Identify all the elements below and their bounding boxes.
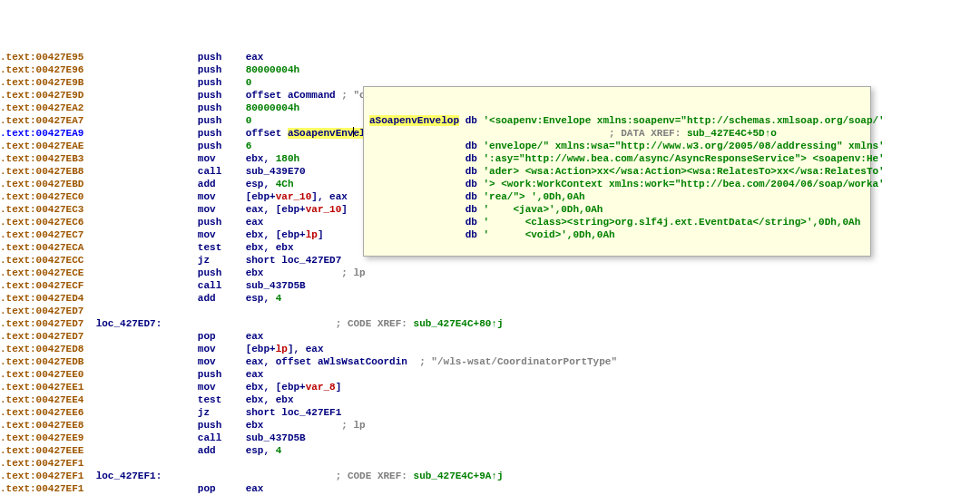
mnemonic: push bbox=[198, 217, 246, 228]
operand: eax, bbox=[246, 356, 276, 367]
symbol-ref[interactable]: sub_437D5B bbox=[246, 280, 306, 291]
address[interactable]: .text:00427EF1 bbox=[0, 471, 90, 481]
address[interactable]: .text:00427EE8 bbox=[0, 420, 90, 431]
tooltip-line: db ' <java>',0Dh,0Ah bbox=[369, 203, 865, 216]
disasm-line[interactable]: .text:00427EE8 push ebx ; lp bbox=[0, 419, 980, 432]
address[interactable]: .text:00427E96 bbox=[0, 64, 90, 75]
disasm-line[interactable]: .text:00427ECF call sub_437D5B bbox=[0, 279, 980, 292]
tooltip-line: db '> <work:WorkContext xmlns:work="http… bbox=[369, 178, 865, 190]
disasm-line[interactable]: .text:00427EF1 pop eax bbox=[0, 482, 980, 495]
address[interactable]: .text:00427EBD bbox=[0, 179, 90, 189]
address[interactable]: .text:00427EC7 bbox=[0, 229, 90, 240]
code-label[interactable]: loc_427ED7: bbox=[96, 318, 162, 329]
disasm-line[interactable]: .text:00427EE1 mov ebx, [ebp+var_8] bbox=[0, 381, 980, 393]
address[interactable]: .text:00427EEE bbox=[0, 445, 90, 456]
disasm-line[interactable]: .text:00427E95 push eax bbox=[0, 51, 980, 63]
tooltip-xref: ; DATA XREF: sub_427E4C+5D↑o bbox=[369, 127, 865, 140]
address[interactable]: .text:00427ED7 bbox=[0, 318, 90, 329]
mnemonic: add bbox=[198, 445, 246, 456]
mnemonic: push bbox=[198, 90, 246, 101]
address[interactable]: .text:00427EC0 bbox=[0, 191, 90, 202]
operand: eax bbox=[246, 52, 264, 63]
address[interactable]: .text:00427EAE bbox=[0, 141, 90, 151]
disasm-line[interactable]: .text:00427EE9 call sub_437D5B bbox=[0, 432, 980, 444]
address[interactable]: .text:00427E95 bbox=[0, 52, 90, 63]
symbol-ref[interactable]: loc_427EF1 bbox=[281, 407, 341, 418]
address[interactable]: .text:00427EE0 bbox=[0, 369, 90, 380]
address[interactable]: .text:00427EE9 bbox=[0, 432, 90, 443]
address[interactable]: .text:00427EE6 bbox=[0, 407, 90, 418]
disasm-line[interactable]: .text:00427ED4 add esp, 4 bbox=[0, 292, 980, 305]
disasm-line[interactable]: .text:00427EE4 test ebx, ebx bbox=[0, 393, 980, 406]
xref-label: ; CODE XREF: bbox=[336, 318, 414, 329]
local-var[interactable]: lp bbox=[276, 344, 288, 354]
mnemonic: push bbox=[198, 77, 246, 88]
tooltip-line: db 'envelope/" xmlns:wsa="http://www.w3.… bbox=[369, 140, 865, 152]
operand: 80000004h bbox=[246, 102, 299, 113]
mnemonic: push bbox=[198, 102, 246, 113]
code-label[interactable]: loc_427EF1: bbox=[96, 471, 162, 481]
symbol-ref[interactable]: aCommand bbox=[288, 90, 336, 101]
address[interactable]: .text:00427EF1 bbox=[0, 483, 90, 494]
address[interactable]: .text:00427ED7 bbox=[0, 331, 90, 342]
disasm-line[interactable]: .text:00427ED7 loc_427ED7: ; CODE XREF: … bbox=[0, 317, 980, 330]
address[interactable]: .text:00427ED7 bbox=[0, 306, 90, 316]
symbol-ref[interactable]: aWlsWsatCoordin bbox=[318, 356, 407, 367]
disasm-line[interactable]: .text:00427EEE add esp, 4 bbox=[0, 444, 980, 457]
operand: eax bbox=[246, 483, 264, 494]
address[interactable]: .text:00427EA7 bbox=[0, 115, 90, 126]
mnemonic: push bbox=[198, 420, 246, 431]
xref-target[interactable]: sub_427E4C+9A↑j bbox=[414, 471, 504, 481]
address[interactable]: .text:00427EB3 bbox=[0, 153, 90, 164]
symbol-ref[interactable]: sub_439E70 bbox=[246, 166, 306, 177]
address[interactable]: .text:00427EF1 bbox=[0, 458, 90, 469]
operand: eax bbox=[246, 369, 264, 380]
address[interactable]: .text:00427EC3 bbox=[0, 204, 90, 215]
symbol-ref[interactable]: sub_437D5B bbox=[246, 432, 306, 443]
address[interactable]: .text:00427EA2 bbox=[0, 102, 90, 113]
tooltip-line: db ' <class><string>org.slf4j.ext.EventD… bbox=[369, 216, 865, 228]
operand: ebx, ebx bbox=[246, 394, 294, 405]
mnemonic: mov bbox=[198, 153, 246, 164]
operand: eax bbox=[246, 217, 264, 228]
disasm-line[interactable]: .text:00427EE6 jz short loc_427EF1 bbox=[0, 406, 980, 419]
mnemonic: add bbox=[198, 179, 246, 189]
address[interactable]: .text:00427ECA bbox=[0, 242, 90, 253]
xref-target[interactable]: sub_427E4C+80↑j bbox=[414, 318, 504, 329]
disasm-line[interactable]: .text:00427EE0 push eax bbox=[0, 368, 980, 381]
address[interactable]: .text:00427EE4 bbox=[0, 394, 90, 405]
address[interactable]: .text:00427E9B bbox=[0, 77, 90, 88]
disasm-line[interactable]: .text:00427E96 push 80000004h bbox=[0, 63, 980, 76]
tooltip-line: db ' <void>',0Dh,0Ah bbox=[369, 228, 865, 241]
address[interactable]: .text:00427EB8 bbox=[0, 166, 90, 177]
local-var[interactable]: var_8 bbox=[306, 382, 336, 393]
address[interactable]: .text:00427ED4 bbox=[0, 293, 90, 304]
mnemonic: call bbox=[198, 280, 246, 291]
disasm-line[interactable]: .text:00427ED8 mov [ebp+lp], eax bbox=[0, 343, 980, 355]
disasm-line[interactable]: .text:00427ED7 pop eax bbox=[0, 330, 980, 343]
operand: ebx bbox=[246, 420, 264, 431]
address[interactable]: .text:00427EE1 bbox=[0, 382, 90, 393]
disasm-line[interactable]: .text:00427ECE push ebx ; lp bbox=[0, 267, 980, 279]
address[interactable]: .text:00427EA9 bbox=[0, 128, 90, 139]
tooltip-line: db 'rea/"> ',0Dh,0Ah bbox=[369, 190, 865, 203]
disasm-line[interactable]: .text:00427EF1 bbox=[0, 457, 980, 470]
address[interactable]: .text:00427E9D bbox=[0, 90, 90, 101]
local-var[interactable]: var_10 bbox=[306, 204, 342, 215]
mnemonic: push bbox=[198, 52, 246, 63]
address[interactable]: .text:00427ECF bbox=[0, 280, 90, 291]
operand: 6 bbox=[246, 141, 252, 151]
address[interactable]: .text:00427EDB bbox=[0, 356, 90, 367]
mnemonic: mov bbox=[198, 382, 246, 393]
address[interactable]: .text:00427ECE bbox=[0, 267, 90, 278]
disasm-line[interactable]: .text:00427EF1 loc_427EF1: ; CODE XREF: … bbox=[0, 470, 980, 482]
local-var[interactable]: lp bbox=[306, 229, 318, 240]
address[interactable]: .text:00427EC6 bbox=[0, 217, 90, 228]
mnemonic: jz bbox=[198, 255, 246, 266]
disasm-line[interactable]: .text:00427EDB mov eax, offset aWlsWsatC… bbox=[0, 355, 980, 368]
symbol-ref[interactable]: loc_427ED7 bbox=[281, 255, 341, 266]
address[interactable]: .text:00427ED8 bbox=[0, 344, 90, 354]
local-var[interactable]: var_10 bbox=[276, 191, 312, 202]
disasm-line[interactable]: .text:00427ED7 bbox=[0, 305, 980, 317]
address[interactable]: .text:00427ECC bbox=[0, 255, 90, 266]
